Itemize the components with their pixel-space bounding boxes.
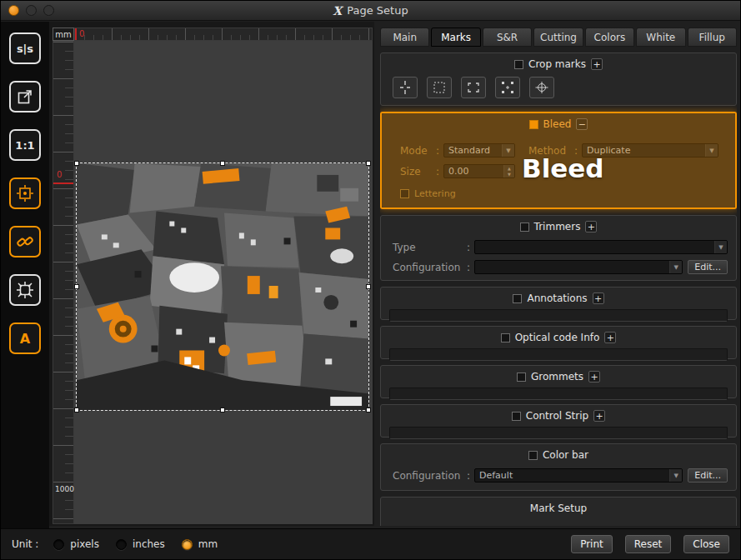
window-zoom-button[interactable]: [43, 5, 54, 16]
crop-marks-label: Crop marks: [528, 58, 586, 70]
optical-code-add-button[interactable]: +: [604, 332, 616, 343]
unit-radio-inches[interactable]: inches: [116, 538, 165, 550]
colon: :: [463, 242, 474, 253]
control-strip-checkbox[interactable]: [512, 412, 521, 421]
tab-marks[interactable]: Marks: [431, 28, 480, 47]
page-canvas[interactable]: [74, 41, 373, 524]
preview-area: mm 0 0 1000: [49, 22, 374, 526]
spin-down-icon[interactable]: ▼: [504, 172, 514, 178]
bleed-section: Bleed − Mode : Standard ▼ Method : Dupli…: [380, 112, 737, 209]
frame-tool-button[interactable]: [9, 274, 41, 306]
selection-handle[interactable]: [366, 161, 371, 166]
crop-mark-gap-cross-button[interactable]: [393, 77, 418, 98]
selection-handle[interactable]: [366, 284, 371, 289]
footer-buttons: Print Reset Close: [571, 535, 729, 553]
grommets-empty-field: [389, 388, 728, 400]
window-close-button[interactable]: [8, 5, 19, 16]
crop-marks-add-button[interactable]: +: [591, 58, 603, 70]
grommets-section: Grommets +: [380, 365, 737, 398]
selection-handle[interactable]: [220, 161, 225, 166]
crop-mark-styles: [393, 77, 728, 98]
color-bar-label: Color bar: [543, 449, 588, 461]
unit-radio-pixels[interactable]: pixels: [53, 538, 99, 550]
actual-size-button[interactable]: 1:1: [9, 129, 41, 161]
trimmers-add-button[interactable]: +: [585, 221, 597, 232]
optical-code-checkbox[interactable]: [501, 333, 510, 342]
grommets-add-button[interactable]: +: [588, 371, 600, 382]
v-ruler-zero: 0: [57, 170, 62, 179]
close-button[interactable]: Close: [683, 535, 729, 553]
radio-dot: [116, 539, 127, 550]
selection-handle[interactable]: [74, 284, 79, 289]
size-label: Size: [400, 166, 432, 178]
optical-code-section: Optical code Info +: [380, 326, 737, 359]
bleed-mode-select[interactable]: Standard ▼: [443, 143, 515, 158]
dropdown-arrow-icon[interactable]: ▼: [669, 261, 682, 273]
mark-setup-section: Mark Setup: [380, 497, 737, 526]
tab-cutting[interactable]: Cutting: [533, 28, 583, 47]
selection-handle[interactable]: [74, 161, 79, 166]
trimmers-config-select[interactable]: ▼: [474, 260, 683, 274]
fit-to-window-button[interactable]: [9, 81, 41, 112]
crop-mark-dashed-box-button[interactable]: [427, 77, 452, 98]
page-setup-window: X Page Setup s|s 1:1: [0, 0, 741, 560]
tab-fillup[interactable]: Fillup: [688, 28, 737, 47]
trimmers-type-select[interactable]: ▼: [474, 240, 728, 254]
color-bar-config-select[interactable]: Default ▼: [474, 468, 683, 482]
annotations-add-button[interactable]: +: [593, 292, 604, 304]
spin-up-icon[interactable]: ▲: [504, 165, 514, 172]
footer-bar: Unit : pixels inches mm Print Reset Clos…: [1, 528, 740, 559]
v-ruler-max: 1000: [55, 485, 74, 493]
unit-pixels-label: pixels: [70, 538, 99, 550]
crop-mark-corner-brackets-button[interactable]: [461, 77, 486, 98]
selection-handle[interactable]: [366, 408, 371, 412]
trimmers-section: Trimmers + Type : ▼ Configuration : ▼ Ed…: [380, 215, 737, 281]
marks-tool-button[interactable]: [9, 178, 41, 209]
tab-colors[interactable]: Colors: [585, 28, 634, 47]
trimmers-checkbox[interactable]: [520, 222, 529, 232]
selection-handle[interactable]: [74, 408, 79, 412]
lettering-tool-button[interactable]: A: [9, 322, 41, 354]
artwork-preview[interactable]: [76, 162, 369, 411]
color-bar-config-value: Default: [475, 469, 669, 482]
color-bar-edit-button[interactable]: Edit...: [688, 468, 728, 482]
crop-mark-registration-button[interactable]: [529, 77, 554, 98]
grommets-checkbox[interactable]: [517, 372, 526, 382]
dropdown-arrow-icon[interactable]: ▼: [705, 144, 718, 157]
tab-main[interactable]: Main: [380, 28, 429, 47]
colon: :: [463, 262, 474, 273]
lettering-checkbox[interactable]: [400, 189, 409, 198]
scale-tool-button[interactable]: s|s: [9, 32, 41, 64]
configuration-label: Configuration: [393, 262, 463, 273]
dropdown-arrow-icon[interactable]: ▼: [669, 469, 682, 482]
type-label: Type: [393, 242, 463, 253]
crop-frame-icon: [16, 281, 34, 299]
print-button[interactable]: Print: [571, 535, 613, 553]
bleed-collapse-button[interactable]: −: [576, 118, 588, 130]
crop-marks-checkbox[interactable]: [514, 60, 523, 69]
tab-sr[interactable]: S&R: [483, 28, 532, 47]
crop-mark-corner-dots-button[interactable]: [495, 77, 520, 98]
reset-button[interactable]: Reset: [625, 535, 672, 553]
artwork-image: [77, 163, 368, 410]
window-minimize-button[interactable]: [26, 5, 37, 16]
bleed-size-input[interactable]: 0.00 ▲ ▼: [443, 164, 515, 178]
bleed-checkbox[interactable]: [529, 120, 538, 129]
link-tool-button[interactable]: [9, 226, 41, 258]
selection-handle[interactable]: [220, 408, 225, 412]
optical-code-label: Optical code Info: [515, 332, 600, 343]
window-title: Page Setup: [347, 4, 408, 17]
annotations-empty-field: [389, 309, 728, 322]
dropdown-arrow-icon[interactable]: ▼: [502, 144, 514, 157]
trimmers-config-value: [475, 261, 669, 273]
color-bar-checkbox[interactable]: [528, 451, 538, 460]
trimmers-edit-button[interactable]: Edit...: [688, 260, 728, 274]
control-strip-add-button[interactable]: +: [593, 410, 605, 422]
annotations-checkbox[interactable]: [513, 294, 522, 303]
tab-white[interactable]: White: [636, 28, 685, 47]
unit-radio-mm[interactable]: mm: [182, 538, 218, 550]
dropdown-arrow-icon[interactable]: ▼: [714, 241, 727, 253]
bleed-label: Bleed: [543, 118, 572, 130]
chain-link-icon: [16, 232, 34, 251]
letter-a-icon: A: [20, 331, 30, 347]
